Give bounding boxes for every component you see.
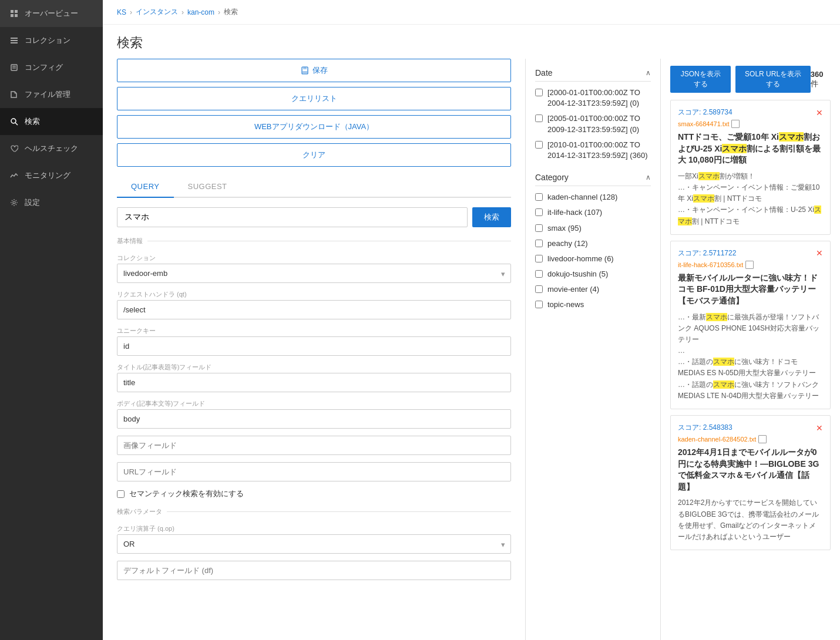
facet-category-item-7: topic-news xyxy=(535,299,651,310)
unique-key-input[interactable] xyxy=(117,336,511,356)
svg-rect-4 xyxy=(11,38,18,39)
facet-date-checkbox-2[interactable] xyxy=(535,141,543,149)
facet-category-item-1: it-life-hack (107) xyxy=(535,207,651,218)
basic-info-divider: 基本情報 xyxy=(117,237,511,245)
sidebar-item-search[interactable]: 検索 xyxy=(0,108,103,135)
body-field-input[interactable] xyxy=(117,409,511,429)
webdownload-button[interactable]: WEBアプリダウンロード（JAVA） xyxy=(117,115,511,139)
left-panel: 保存 クエリリスト WEBアプリダウンロード（JAVA） クリア QUERY S… xyxy=(103,59,526,640)
request-handler-input[interactable] xyxy=(117,300,511,319)
image-field-input[interactable] xyxy=(117,436,511,455)
sidebar-item-file[interactable]: ファイル管理 xyxy=(0,81,103,108)
semantic-checkbox[interactable] xyxy=(117,490,125,498)
query-op-group: クエリ演算子 (q.op) ORAND xyxy=(117,524,511,554)
facet-category-checkbox-6[interactable] xyxy=(535,285,543,293)
result-title-2: 2012年4月1日までモバイルルータが0円になる特典実施中！—BIGLOBE 3… xyxy=(678,447,823,493)
action-buttons: 保存 クエリリスト WEBアプリダウンロード（JAVA） クリア xyxy=(117,59,511,167)
page-title: 検索 xyxy=(103,25,840,59)
collection-icon xyxy=(9,36,19,45)
copy-icon-0[interactable] xyxy=(731,120,740,128)
url-field-group xyxy=(117,462,511,481)
facet-category-checkbox-7[interactable] xyxy=(535,301,543,308)
result-snippet-0: 一部Xiスマホ割が増額！ …・キャンペーン・イベント情報：ご愛顧10年 Xiスマ… xyxy=(678,171,823,227)
result-score-0: スコア: 2.589734 ✕ xyxy=(678,107,823,117)
breadcrumb-instances[interactable]: インスタンス xyxy=(136,7,178,17)
facet-category-label-2[interactable]: smax (95) xyxy=(547,223,582,234)
sidebar-item-overview[interactable]: オーバービュー xyxy=(0,0,103,27)
sidebar-item-monitoring[interactable]: モニタリング xyxy=(0,162,103,189)
unique-key-group: ユニークキー xyxy=(117,326,511,356)
search-row: 検索 xyxy=(117,207,511,227)
default-field-input[interactable] xyxy=(117,561,511,580)
facet-category-label-7[interactable]: topic-news xyxy=(547,299,584,310)
facet-date-checkbox-1[interactable] xyxy=(535,114,543,122)
svg-rect-9 xyxy=(12,68,16,69)
sidebar-item-settings[interactable]: 設定 xyxy=(0,189,103,216)
facet-date-range-2[interactable]: [2010-01-01T00:00:00Z TO 2014-12-31T23:5… xyxy=(547,140,651,161)
category-facet-toggle[interactable]: ∧ xyxy=(646,173,651,181)
facet-category-label-0[interactable]: kaden-channel (128) xyxy=(547,192,617,203)
date-facet-toggle[interactable]: ∧ xyxy=(646,69,651,77)
delete-button-2[interactable]: ✕ xyxy=(816,423,823,433)
facet-category-checkbox-2[interactable] xyxy=(535,224,543,232)
breadcrumb: KS › インスタンス › kan-com › 検索 xyxy=(103,0,840,25)
query-op-select-wrap: ORAND xyxy=(117,534,511,554)
svg-rect-1 xyxy=(15,10,18,13)
facet-category-checkbox-4[interactable] xyxy=(535,255,543,262)
content-area: 保存 クエリリスト WEBアプリダウンロード（JAVA） クリア QUERY S… xyxy=(103,59,840,640)
breadcrumb-ks[interactable]: KS xyxy=(117,8,126,16)
body-field-group: ボディ(記事本文等)フィールド xyxy=(117,399,511,429)
json-view-button[interactable]: JSONを表示する xyxy=(670,66,731,93)
delete-button-1[interactable]: ✕ xyxy=(816,248,823,258)
facet-category-checkbox-3[interactable] xyxy=(535,240,543,247)
title-field-input[interactable] xyxy=(117,373,511,392)
request-handler-label: リクエストハンドラ (qt) xyxy=(117,290,511,299)
facet-category-label-4[interactable]: livedoor-homme (6) xyxy=(547,254,614,264)
facet-date-item-1: [2005-01-01T00:00:00Z TO 2009-12-31T23:5… xyxy=(535,113,651,134)
score-value-0: スコア: 2.589734 xyxy=(678,107,733,117)
facet-category-label-6[interactable]: movie-enter (4) xyxy=(547,284,599,295)
gear-icon xyxy=(9,198,19,207)
querylist-button[interactable]: クエリリスト xyxy=(117,87,511,110)
tab-query[interactable]: QUERY xyxy=(117,176,174,198)
semantic-label[interactable]: セマンティック検索を有効にする xyxy=(129,489,244,499)
tab-suggest[interactable]: SUGGEST xyxy=(174,176,241,198)
facet-category-label-5[interactable]: dokujo-tsushin (5) xyxy=(547,269,608,279)
breadcrumb-kan-com[interactable]: kan-com xyxy=(187,8,214,16)
score-value-1: スコア: 2.5711722 xyxy=(678,248,736,258)
save-button[interactable]: 保存 xyxy=(117,59,511,82)
facet-date-range-0[interactable]: [2000-01-01T00:00:00Z TO 2004-12-31T23:5… xyxy=(547,87,651,109)
sidebar-item-label: コンフィグ xyxy=(25,62,63,73)
facet-category-label-1[interactable]: it-life-hack (107) xyxy=(547,207,602,218)
collection-select[interactable]: livedoor-emb xyxy=(117,264,511,283)
sidebar-item-health[interactable]: ヘルスチェック xyxy=(0,135,103,162)
facet-category-checkbox-0[interactable] xyxy=(535,193,543,201)
delete-button-0[interactable]: ✕ xyxy=(816,108,823,117)
result-filename-1: it-life-hack-6710356.txt xyxy=(678,261,823,269)
title-field-label: タイトル(記事表題等)フィールド xyxy=(117,363,511,372)
query-op-select[interactable]: ORAND xyxy=(117,534,511,554)
search-button[interactable]: 検索 xyxy=(472,207,511,227)
sidebar: オーバービュー コレクション コンフィグ ファイル管理 検索 ヘルスチェック xyxy=(0,0,103,640)
url-field-input[interactable] xyxy=(117,462,511,481)
overview-icon xyxy=(9,9,19,18)
facet-category-checkbox-1[interactable] xyxy=(535,208,543,216)
facet-category-checkbox-5[interactable] xyxy=(535,270,543,278)
svg-rect-8 xyxy=(12,66,16,67)
solr-url-button[interactable]: SOLR URLを表示する xyxy=(735,66,811,93)
copy-icon-2[interactable] xyxy=(758,435,767,443)
facet-date-checkbox-0[interactable] xyxy=(535,89,543,96)
svg-rect-6 xyxy=(11,42,18,43)
sidebar-item-label: オーバービュー xyxy=(25,8,78,19)
sidebar-item-collection[interactable]: コレクション xyxy=(0,27,103,54)
category-facet-header: Category ∧ xyxy=(535,173,651,186)
copy-icon-1[interactable] xyxy=(745,261,754,269)
search-input[interactable] xyxy=(117,207,468,227)
clear-button[interactable]: クリア xyxy=(117,143,511,167)
facet-category-label-3[interactable]: peachy (12) xyxy=(547,238,588,249)
facet-date-range-1[interactable]: [2005-01-01T00:00:00Z TO 2009-12-31T23:5… xyxy=(547,113,651,134)
search-params-divider: 検索パラメータ xyxy=(117,507,511,516)
sidebar-item-config[interactable]: コンフィグ xyxy=(0,54,103,81)
date-facet-section: Date ∧ [2000-01-01T00:00:00Z TO 2004-12-… xyxy=(535,68,651,161)
svg-rect-5 xyxy=(11,40,18,41)
